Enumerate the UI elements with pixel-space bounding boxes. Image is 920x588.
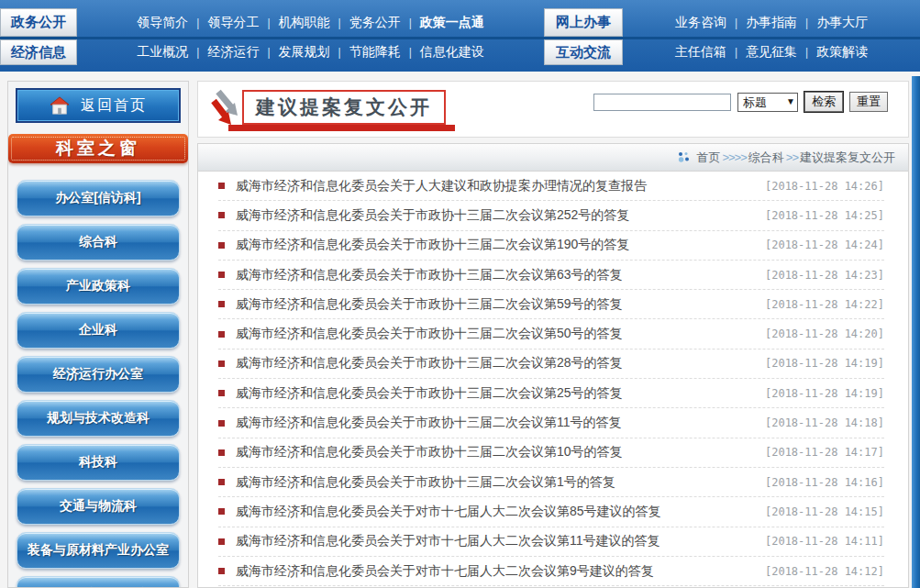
breadcrumb: 首页 >>>> 综合科 >> 建议提案复文公开 [198, 144, 908, 172]
sidebar-item-general[interactable]: 综合科 [17, 224, 180, 261]
nav-separator: | [805, 46, 808, 59]
nav-item-business-consult[interactable]: 业务咨询 [675, 15, 726, 31]
breadcrumb-section-link[interactable]: 综合科 [748, 150, 784, 166]
nav-item-industry-overview[interactable]: 工业概况 [137, 44, 188, 61]
breadcrumb-home-link[interactable]: 首页 [696, 150, 720, 166]
reset-button[interactable]: 重置 [849, 92, 888, 112]
table-row: 威海市经济和信息化委员会关于对市十七届人大二次会议第85号建议的答复 [2018… [218, 497, 884, 527]
bullet-icon [218, 420, 225, 427]
nav-links-row1-left: 领导简介 | 领导分工 | 机构职能 | 党务公开 | 政策一点通 [77, 8, 544, 37]
nav-separator: | [196, 46, 199, 59]
article-list: 威海市经济和信息化委员会关于人大建议和政协提案办理情况的复查报告 [2018-1… [198, 172, 908, 586]
nav-item-policy-onestop[interactable]: 政策一点通 [420, 15, 484, 31]
article-title-link[interactable]: 威海市经济和信息化委员会关于市政协十三届二次会议第1号的答复 [236, 474, 765, 491]
article-title-link[interactable]: 威海市经济和信息化委员会关于市政协十三届二次会议第25号的答复 [236, 385, 765, 402]
article-title-link[interactable]: 威海市经济和信息化委员会关于市政协十三届二次会议第10号的答复 [236, 444, 765, 460]
nav-item-party-affairs[interactable]: 党务公开 [349, 15, 401, 31]
nav-links-row2-left: 工业概况 | 经济运行 | 发展规划 | 节能降耗 | 信息化建设 [77, 39, 544, 65]
article-title-link[interactable]: 威海市经济和信息化委员会关于市政协十三届二次会议第50号的答复 [236, 326, 765, 342]
home-button-label: 返回首页 [81, 96, 147, 116]
sidebar-item-science-tech[interactable]: 科技科 [17, 444, 180, 481]
breadcrumb-dots-icon [677, 150, 691, 164]
title-underline-bar [228, 125, 455, 131]
sidebar-item-planning-tech[interactable]: 规划与技术改造科 [17, 400, 180, 437]
nav-item-service-hall[interactable]: 办事大厅 [816, 15, 868, 31]
search-box: 标题 ▼ 检索 重置 [593, 92, 888, 112]
article-title-link[interactable]: 威海市经济和信息化委员会关于市政协十三届二次会议第28号的答复 [236, 355, 765, 372]
sidebar-item-office[interactable]: 办公室[信访科] [17, 180, 180, 216]
search-button[interactable]: 检索 [804, 92, 843, 112]
tab-economic-info[interactable]: 经济信息 [0, 39, 77, 65]
table-row: 威海市经济和信息化委员会关于对市十七届人大二次会议第9号建议的答复 [2018-… [218, 557, 884, 586]
breadcrumb-separator: >>>> [722, 150, 746, 164]
bullet-icon [218, 390, 225, 396]
article-date: [2018-11-28 14:11] [765, 535, 884, 548]
article-date: [2018-11-28 14:12] [765, 565, 884, 578]
nav-separator: | [409, 46, 412, 59]
article-title-link[interactable]: 威海市经济和信息化委员会关于对市十七届人大二次会议第9号建议的答复 [236, 563, 765, 580]
bullet-icon [218, 479, 225, 485]
tab-online-services[interactable]: 网上办事 [544, 8, 623, 37]
content-header: 建议提案复文公开 标题 ▼ 检索 重置 [197, 81, 909, 138]
sidebar-item-enterprise[interactable]: 企业科 [17, 312, 180, 349]
search-input[interactable] [593, 94, 731, 111]
bullet-icon [218, 331, 225, 338]
nav-separator: | [267, 17, 270, 29]
article-title-link[interactable]: 威海市经济和信息化委员会关于市政协十三届二次会议第190号的答复 [236, 237, 765, 253]
bullet-icon [218, 183, 225, 189]
article-date: [2018-11-28 14:26] [765, 180, 884, 193]
nav-item-service-guide[interactable]: 办事指南 [746, 15, 797, 31]
nav-item-director-mailbox[interactable]: 主任信箱 [675, 44, 726, 61]
top-navigation: 政务公开 领导简介 | 领导分工 | 机构职能 | 党务公开 | 政策一点通 网… [0, 0, 920, 72]
article-date: [2018-11-28 14:22] [765, 298, 884, 311]
article-title-link[interactable]: 威海市经济和信息化委员会关于对市十七届人大二次会议第85号建议的答复 [236, 504, 765, 520]
nav-row-2: 经济信息 工业概况 | 经济运行 | 发展规划 | 节能降耗 | 信息化建设 互… [0, 37, 920, 65]
sidebar-item-transport-logistics[interactable]: 交通与物流科 [17, 488, 180, 525]
nav-separator: | [338, 46, 341, 59]
sidebar-section-title: 科室之窗 [56, 137, 140, 161]
nav-item-policy-interpret[interactable]: 政策解读 [816, 44, 868, 61]
nav-item-energy-saving[interactable]: 节能降耗 [349, 44, 401, 61]
nav-item-informatization[interactable]: 信息化建设 [420, 44, 484, 61]
nav-separator: | [338, 17, 341, 29]
sidebar-item-equipment-materials[interactable]: 装备与原材料产业办公室 [17, 532, 180, 569]
nav-item-org-functions[interactable]: 机构职能 [279, 15, 330, 31]
table-row: 威海市经济和信息化委员会关于市政协十三届二次会议第11号的答复 [2018-11… [218, 408, 884, 438]
article-title-link[interactable]: 威海市经济和信息化委员会关于对市十七届人大二次会议第11号建议的答复 [236, 533, 765, 549]
tab-zhengwu-gongkai[interactable]: 政务公开 [0, 8, 77, 37]
table-row: 威海市经济和信息化委员会关于市政协十三届二次会议第252号的答复 [2018-1… [218, 201, 884, 230]
sidebar-section-banner: 科室之窗 [8, 134, 188, 163]
sidebar-item-consumer-goods[interactable]: 消费品产业办公室 [17, 576, 180, 588]
article-date: [2018-11-28 14:16] [765, 476, 884, 489]
article-date: [2018-11-28 14:15] [765, 505, 884, 518]
sidebar: 返回首页 科室之窗 办公室[信访科] 综合科 产业政策科 企业科 经济运行办公室… [7, 81, 189, 588]
article-list-panel: 首页 >>>> 综合科 >> 建议提案复文公开 威海市经济和信息化委员会关于人大… [197, 143, 909, 588]
article-title-link[interactable]: 威海市经济和信息化委员会关于市政协十三届二次会议第59号的答复 [236, 296, 765, 313]
nav-item-development-plan[interactable]: 发展规划 [279, 44, 330, 61]
article-title-link[interactable]: 威海市经济和信息化委员会关于市政协十三届二次会议第63号的答复 [236, 267, 765, 283]
sidebar-item-industry-policy[interactable]: 产业政策科 [17, 268, 180, 305]
table-row: 威海市经济和信息化委员会关于市政协十三届二次会议第190号的答复 [2018-1… [218, 231, 884, 261]
article-title-link[interactable]: 威海市经济和信息化委员会关于市政协十三届二次会议第252号的答复 [236, 207, 765, 224]
nav-item-leader-intro[interactable]: 领导简介 [137, 15, 188, 31]
article-date: [2018-11-28 14:25] [765, 209, 884, 222]
article-title-link[interactable]: 威海市经济和信息化委员会关于人大建议和政协提案办理情况的复查报告 [236, 178, 765, 194]
nav-separator: | [196, 17, 199, 29]
article-date: [2018-11-28 14:19] [765, 357, 884, 370]
sidebar-item-economic-operation-office[interactable]: 经济运行办公室 [17, 356, 180, 393]
back-to-home-button[interactable]: 返回首页 [16, 88, 181, 123]
nav-separator: | [267, 46, 270, 59]
nav-item-economic-operation[interactable]: 经济运行 [207, 44, 259, 61]
page-title: 建议提案复文公开 [242, 90, 446, 125]
nav-item-leader-division[interactable]: 领导分工 [207, 15, 259, 31]
tab-interaction[interactable]: 互动交流 [544, 39, 623, 65]
right-edge-strip [912, 76, 920, 588]
nav-links-row2-right: 主任信箱 | 意见征集 | 政策解读 [623, 39, 920, 65]
article-date: [2018-11-28 14:18] [765, 416, 884, 429]
article-title-link[interactable]: 威海市经济和信息化委员会关于市政协十三届二次会议第11号的答复 [236, 415, 765, 431]
nav-item-opinion-collect[interactable]: 意见征集 [746, 44, 797, 61]
table-row: 威海市经济和信息化委员会关于市政协十三届二次会议第59号的答复 [2018-11… [218, 290, 884, 319]
search-field-select[interactable]: 标题 [737, 93, 798, 112]
search-field-select-wrap: 标题 ▼ [737, 93, 798, 112]
table-row: 威海市经济和信息化委员会关于市政协十三届二次会议第63号的答复 [2018-11… [218, 261, 884, 290]
